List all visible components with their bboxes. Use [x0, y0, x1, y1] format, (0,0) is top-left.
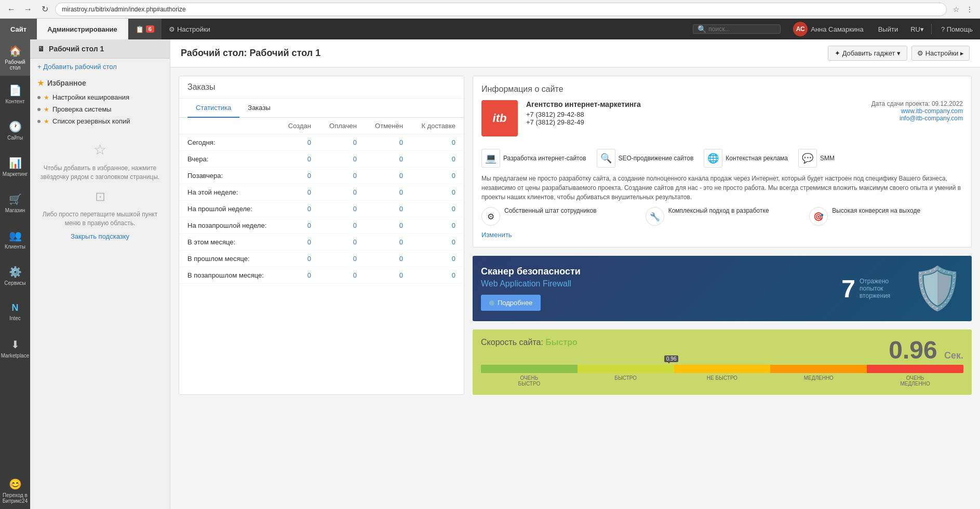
speed-status: Быстро: [545, 338, 577, 347]
sidebar-item-desktop[interactable]: 🏠 Рабочий стол: [0, 39, 30, 76]
page-settings-button[interactable]: ⚙ Настройки ▸: [911, 46, 970, 61]
favorite-label-cache: Настройки кеширования: [52, 93, 129, 101]
table-row: На прошлой неделе: 0 0 0 0: [179, 201, 464, 217]
hint-drag-text: Либо просто перетащите мышкой пункт меню…: [36, 210, 164, 228]
admin-button[interactable]: Администрирование: [37, 19, 128, 39]
service-development: 💻 Разработка интернет-сайтов: [481, 149, 586, 168]
sidebar-label-sites: Сайты: [7, 135, 23, 141]
menu-icon[interactable]: ⋮: [964, 4, 975, 15]
secondary-panel: 🖥 Рабочий стол 1 + Добавить рабочий стол…: [30, 39, 170, 509]
settings-button[interactable]: ⚙ Настройки: [162, 19, 218, 39]
orders-tabs: Статистика Заказы: [179, 99, 464, 118]
cell-created: 0: [278, 267, 319, 284]
cell-cancelled: 0: [365, 151, 411, 168]
help-button[interactable]: ? Помощь: [934, 19, 980, 39]
admin-topbar: Сайт Администрирование 📋 6 ⚙ Настройки 🔍…: [0, 19, 980, 39]
service-context: 🌐 Контекстная реклама: [704, 149, 788, 168]
cell-paid: 0: [319, 234, 365, 251]
col-created: Создан: [278, 118, 319, 134]
cell-cancelled: 0: [365, 251, 411, 267]
cell-created: 0: [278, 168, 319, 184]
add-desktop-button[interactable]: + Добавить рабочий стол: [30, 59, 170, 75]
service-icon-dev: 💻: [481, 149, 500, 168]
speed-value: 0.96 Сек.: [889, 336, 963, 364]
itb-logo-text: itb: [493, 112, 507, 125]
advantage-staff: ⚙ Собственный штат сотрудников: [481, 207, 635, 226]
add-gadget-button[interactable]: ✦ Добавить гаджет ▾: [828, 46, 907, 61]
cell-created: 0: [278, 234, 319, 251]
search-input[interactable]: [708, 25, 776, 33]
service-label-smm: SMM: [820, 155, 835, 162]
language-button[interactable]: RU▾: [905, 19, 929, 39]
table-row: Позавчера: 0 0 0 0: [179, 168, 464, 184]
site-info-header: itb Агентство интернет-маркетинга +7 (38…: [481, 100, 641, 136]
service-label-dev: Разработка интернет-сайтов: [503, 155, 586, 162]
url-bar[interactable]: mirastroy.ru/bitrix/admin/index.php#auth…: [55, 3, 947, 16]
sidebar-item-shop[interactable]: 🛒 Магазин: [0, 185, 30, 221]
label-very-fast: ОЧЕНЬБЫСТРО: [481, 375, 578, 387]
email-link[interactable]: info@itb-company.com: [871, 115, 963, 122]
segment-very-fast: [481, 365, 578, 373]
security-left: Сканер безопасности Web Application Fire…: [481, 266, 831, 311]
sidebar-item-services[interactable]: ⚙️ Сервисы: [0, 257, 30, 294]
star-icon[interactable]: ☆: [951, 4, 961, 15]
cell-period: В этом месяце:: [179, 234, 278, 251]
panel-title: Рабочий стол 1: [49, 45, 104, 53]
favorite-item-backup[interactable]: ★ Список резервных копий: [37, 115, 163, 127]
notifications-button[interactable]: 📋 6: [128, 19, 162, 39]
cell-created: 0: [278, 217, 319, 234]
sidebar-item-goto24[interactable]: 😊 Переход в Битрикс24: [0, 473, 30, 509]
label-fast: БЫСТРО: [578, 375, 674, 387]
table-row: На этой неделе: 0 0 0 0: [179, 184, 464, 201]
tab-statistics[interactable]: Статистика: [187, 99, 239, 118]
cell-delivery: 0: [411, 201, 464, 217]
content-header: Рабочий стол: Рабочий стол 1 ✦ Добавить …: [170, 39, 980, 67]
refresh-button[interactable]: ↻: [38, 3, 51, 16]
advantage-conversion: 🎯 Высокая конверсия на выходе: [809, 207, 963, 226]
company-name: Агентство интернет-маркетинга: [526, 100, 641, 108]
content-icon: 📄: [9, 84, 22, 97]
col-paid: Оплачен: [319, 118, 365, 134]
favorite-item-system[interactable]: ★ Проверка системы: [37, 103, 163, 115]
cell-cancelled: 0: [365, 168, 411, 184]
back-button[interactable]: ←: [5, 3, 18, 16]
fav-dot-icon3: [37, 120, 41, 123]
segment-fast: [578, 365, 674, 373]
forward-button[interactable]: →: [22, 3, 34, 16]
site-button[interactable]: Сайт: [0, 19, 37, 39]
exit-button[interactable]: Выйти: [871, 19, 906, 39]
close-hint-button[interactable]: Закрыть подсказку: [36, 232, 164, 241]
cell-cancelled: 0: [365, 267, 411, 284]
sidebar-item-content[interactable]: 📄 Контент: [0, 76, 30, 112]
service-smm: 💬 SMM: [798, 149, 835, 168]
cell-created: 0: [278, 251, 319, 267]
sidebar-item-sites[interactable]: 🕐 Сайты: [0, 112, 30, 148]
security-stats: 7 Отражено попыток вторжения: [841, 274, 901, 303]
sidebar-label-services: Сервисы: [4, 280, 25, 286]
label-very-slow: ОЧЕНЬМЕДЛЕННО: [867, 375, 963, 387]
avatar: АС: [793, 22, 808, 36]
cell-paid: 0: [319, 201, 365, 217]
sidebar-item-clients[interactable]: 👥 Клиенты: [0, 221, 30, 257]
user-menu-button[interactable]: АС Анна Самаркина: [786, 19, 870, 39]
sidebar-item-marketing[interactable]: 📊 Маркетинг: [0, 148, 30, 185]
website-link[interactable]: www.itb-company.com: [871, 107, 963, 115]
favorite-item-cache[interactable]: ★ Настройки кеширования: [37, 91, 163, 103]
header-actions: ✦ Добавить гаджет ▾ ⚙ Настройки ▸: [828, 46, 970, 61]
security-details-button[interactable]: Подробнее: [481, 295, 541, 311]
sidebar-item-intec[interactable]: N Intec: [0, 294, 30, 330]
col-cancelled: Отменён: [365, 118, 411, 134]
panel-header: 🖥 Рабочий стол 1: [30, 39, 170, 59]
tab-orders[interactable]: Заказы: [239, 99, 278, 118]
change-link[interactable]: Изменить: [481, 231, 963, 239]
cell-cancelled: 0: [365, 217, 411, 234]
security-waf: Web Application Firewall: [481, 279, 831, 288]
orders-widget: Заказы Статистика Заказы Создан Оплачен …: [179, 76, 464, 395]
cell-paid: 0: [319, 168, 365, 184]
sidebar-item-marketplace[interactable]: ⬇ Marketplace: [0, 330, 30, 366]
browser-icons: ☆ ⋮: [951, 4, 975, 15]
cell-period: В позапрошлом месяце:: [179, 267, 278, 284]
cell-period: На позапрошлой неделе:: [179, 217, 278, 234]
cell-paid: 0: [319, 134, 365, 151]
site-info-widget: Информация о сайте itb Агентство интерне…: [473, 76, 972, 247]
